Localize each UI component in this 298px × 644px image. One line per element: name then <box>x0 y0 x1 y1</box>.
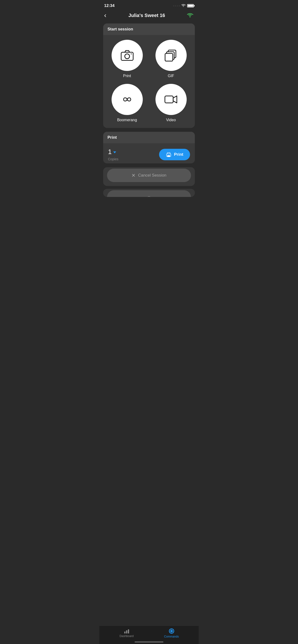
cancel-x-icon: ✕ <box>131 172 135 178</box>
svg-point-2 <box>131 54 132 54</box>
wifi-icon <box>181 4 186 8</box>
copies-number: 1 <box>108 148 112 156</box>
svg-rect-8 <box>167 155 170 157</box>
boomerang-label: Boomerang <box>117 118 137 122</box>
wifi-connected-icon <box>187 13 194 18</box>
print-card: Print 1 Copies Print <box>103 132 195 164</box>
back-button[interactable]: ‹ <box>104 12 106 19</box>
session-option-print[interactable]: Print <box>108 40 146 78</box>
svg-point-1 <box>125 54 129 59</box>
header: ‹ Julia's Sweet 16 <box>99 10 199 24</box>
gif-label: GIF <box>168 74 174 78</box>
battery-icon <box>187 4 194 8</box>
svg-rect-6 <box>165 96 173 103</box>
print-section-header: Print <box>103 132 195 143</box>
session-option-gif[interactable]: GIF <box>152 40 190 78</box>
print-circle <box>112 40 143 71</box>
print-row: 1 Copies Print <box>103 143 195 164</box>
status-bar: 12:34 <box>99 0 199 10</box>
print-button-label: Print <box>174 152 183 157</box>
session-option-video[interactable]: Video <box>152 84 190 122</box>
copies-group: 1 Copies <box>108 148 118 161</box>
svg-rect-5 <box>165 54 173 61</box>
infinity-icon <box>120 92 134 106</box>
video-label: Video <box>166 118 176 122</box>
copies-value-display[interactable]: 1 <box>108 148 118 156</box>
partial-button[interactable]: ○ <box>107 190 191 197</box>
start-session-header: Start session <box>103 24 195 35</box>
start-session-card: Start session Print <box>103 24 195 128</box>
video-icon <box>164 92 178 106</box>
print-button[interactable]: Print <box>159 149 190 160</box>
page-title: Julia's Sweet 16 <box>128 13 165 18</box>
camera-icon <box>120 48 134 62</box>
boomerang-circle <box>112 84 143 115</box>
partial-button-label: ○ <box>147 194 151 197</box>
cancel-session-label: Cancel Session <box>138 173 166 178</box>
cancel-session-button[interactable]: ✕ Cancel Session <box>107 169 191 182</box>
session-options-grid: Print GIF Boomerang <box>103 35 195 128</box>
printer-icon <box>166 152 172 157</box>
signal-icon <box>173 5 180 6</box>
print-label: Print <box>123 74 131 78</box>
copies-dropdown-arrow[interactable] <box>113 152 116 153</box>
layers-icon <box>164 48 178 62</box>
status-time: 12:34 <box>104 3 114 8</box>
status-icons <box>173 4 194 8</box>
svg-point-9 <box>170 154 170 155</box>
partial-card: ○ <box>103 189 195 197</box>
copies-label: Copies <box>108 157 118 161</box>
video-circle <box>156 84 187 115</box>
cancel-session-card: ✕ Cancel Session <box>103 167 195 186</box>
gif-circle <box>156 40 187 71</box>
session-option-boomerang[interactable]: Boomerang <box>108 84 146 122</box>
